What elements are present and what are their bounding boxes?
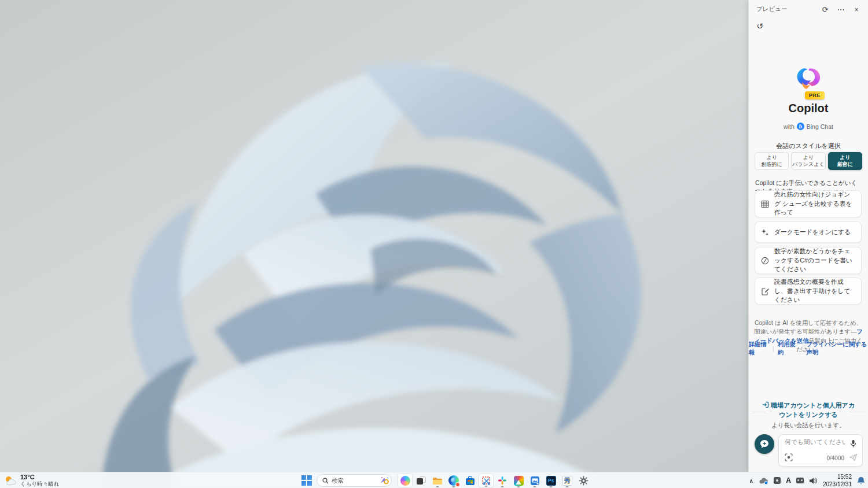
footer-links: 詳細情報 | 利用規約 | プライバシーに関する声明: [749, 341, 868, 357]
link-separator: |: [798, 346, 807, 352]
windows-logo-icon: [301, 475, 312, 486]
refresh-icon[interactable]: ⟳: [819, 3, 831, 15]
search-input[interactable]: [332, 477, 377, 484]
taskbar-settings-icon[interactable]: [576, 474, 591, 487]
preview-label: プレビュー: [756, 5, 819, 13]
search-highlight-icon: [380, 476, 389, 485]
taskbar-slack-icon[interactable]: [495, 474, 510, 487]
style-option-creative[interactable]: より 創造的に: [755, 152, 789, 170]
service-label: Bing Chat: [807, 123, 833, 130]
taskbar: 13°C くもり時々晴れ: [0, 472, 868, 488]
taskbar-task-view-icon[interactable]: [414, 474, 429, 487]
taskbar-edge-icon[interactable]: [446, 474, 461, 487]
chat-input[interactable]: [785, 438, 846, 445]
tray-time: 15:52: [823, 473, 852, 480]
taskbar-file-explorer-icon[interactable]: [430, 474, 445, 487]
copilot-logo-icon: [795, 67, 822, 90]
suggestion-card-dark-mode[interactable]: ダークモードをオンにする: [755, 221, 862, 243]
bing-icon: b: [797, 123, 804, 130]
char-counter: 0/4000: [826, 455, 844, 461]
system-tray: ∧ A 15:52 2023/12/31: [749, 474, 865, 487]
suggestion-card-csharp-code[interactable]: 数字が素数かどうかをチェックするC#のコードを書いてください: [755, 247, 862, 274]
touch-keyboard-icon[interactable]: [796, 478, 804, 483]
style-selector: より 創造的に より バランスよく より 厳密に: [755, 152, 862, 170]
suggestion-card-book-report[interactable]: 読書感想文の概要を作成し、書き出す手助けをしてください: [755, 278, 862, 305]
weather-icon: [4, 475, 17, 486]
suggestion-text: 売れ筋の女性向けジョギング シューズを比較する表を作って: [774, 190, 855, 217]
taskbar-screen-capture-icon[interactable]: [479, 474, 494, 487]
close-icon[interactable]: ×: [851, 3, 862, 15]
history-icon[interactable]: ↺: [754, 20, 766, 32]
taskbar-image-editor-icon[interactable]: [527, 474, 542, 487]
composer: 0/4000: [778, 434, 863, 467]
sign-in-icon: [762, 401, 769, 408]
desktop: プレビュー ⟳ ⋯ × ↺ PRE Copilot with: [0, 0, 868, 488]
search-box[interactable]: [317, 474, 392, 487]
taskbar-app-icons: Ps 秀: [398, 474, 591, 487]
search-icon: [322, 478, 329, 484]
send-icon[interactable]: [849, 453, 858, 463]
learn-more-link[interactable]: 詳細情報: [749, 341, 769, 357]
table-icon: [761, 200, 769, 208]
microphone-icon[interactable]: [849, 439, 857, 449]
start-button[interactable]: [300, 474, 314, 487]
taskbar-copilot-icon[interactable]: [398, 474, 413, 487]
onedrive-icon[interactable]: [759, 477, 768, 485]
link-separator: |: [769, 346, 778, 352]
tray-app-icon[interactable]: [774, 477, 781, 484]
wallpaper-bloom: [0, 0, 868, 488]
style-selector-heading: 会話のスタイルを選択: [749, 142, 868, 150]
taskbar-photos-icon[interactable]: [511, 474, 526, 487]
suggestion-text: ダークモードをオンにする: [774, 228, 851, 237]
account-link-block: 職場アカウントと個人用アカウントをリンクする: [751, 401, 866, 420]
copilot-title: Copilot: [749, 102, 868, 115]
with-label: with: [784, 123, 795, 130]
volume-icon[interactable]: [809, 477, 818, 485]
suggestion-text: 読書感想文の概要を作成し、書き出す手助けをしてください: [774, 278, 855, 305]
link-accounts-link[interactable]: 職場アカウントと個人用アカウントをリンクする: [759, 401, 858, 420]
style-option-balanced[interactable]: より バランスよく: [791, 152, 825, 170]
taskbar-microsoft-store-icon[interactable]: [462, 474, 477, 487]
clock[interactable]: 15:52 2023/12/31: [823, 473, 852, 488]
taskbar-hidemaru-icon[interactable]: 秀: [560, 474, 575, 487]
tray-date: 2023/12/31: [823, 480, 852, 488]
weather-widget[interactable]: 13°C くもり時々晴れ: [4, 474, 59, 487]
new-topic-button[interactable]: [755, 434, 774, 454]
screenshot-icon[interactable]: [785, 453, 793, 463]
copilot-titlebar: プレビュー ⟳ ⋯ ×: [749, 0, 868, 17]
terms-link[interactable]: 利用規約: [778, 341, 798, 357]
pre-badge: PRE: [805, 91, 825, 99]
bing-chat-subtitle: with b Bing Chat: [749, 123, 868, 130]
code-icon: [761, 257, 769, 265]
weather-temperature: 13°C: [20, 474, 59, 481]
suggestion-text: 数字が素数かどうかをチェックするC#のコードを書いてください: [774, 247, 855, 274]
compose-icon: [761, 287, 769, 295]
chat-plus-icon: [759, 439, 770, 449]
suggestion-card-comparison-table[interactable]: 売れ筋の女性向けジョギング シューズを比較する表を作って: [755, 190, 862, 217]
divider: [751, 412, 767, 412]
ime-mode-icon[interactable]: A: [786, 476, 791, 485]
taskbar-photoshop-icon[interactable]: Ps: [543, 474, 558, 487]
more-options-icon[interactable]: ⋯: [835, 3, 847, 15]
privacy-link[interactable]: プライバシーに関する声明: [806, 341, 868, 357]
weather-condition: くもり時々晴れ: [20, 481, 59, 487]
copilot-panel: プレビュー ⟳ ⋯ × ↺ PRE Copilot with: [748, 0, 868, 472]
divider: [849, 412, 866, 412]
tray-overflow-chevron-icon[interactable]: ∧: [749, 478, 753, 484]
account-description: より長い会話を行います。: [749, 422, 868, 430]
notification-bell-icon[interactable]: [857, 476, 865, 485]
style-option-precise[interactable]: より 厳密に: [828, 152, 862, 170]
sparkles-icon: [761, 228, 769, 236]
